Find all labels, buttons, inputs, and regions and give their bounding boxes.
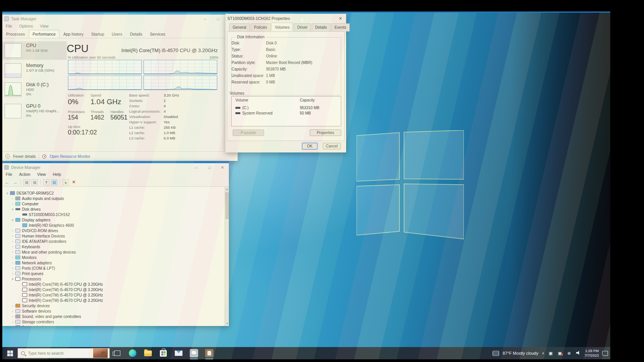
tree-node-disk-drives[interactable]: ∨Disk drives [2,206,225,212]
tree-node-mice[interactable]: ›Mice and other pointing devices [2,249,225,255]
volume-row-c[interactable]: (C:) [235,106,249,110]
uninstall-device-icon[interactable]: ✕ [71,179,77,185]
scroll-up-icon[interactable]: ▲ [225,187,229,192]
update-driver-icon[interactable]: ▲ [62,179,69,185]
cancel-button[interactable]: Cancel [323,143,341,149]
maximize-icon[interactable]: □ [212,15,225,23]
help-icon[interactable]: ? [43,179,49,185]
tree-node-st1000dm003[interactable]: ST1000DM003-1CH162 [2,212,225,217]
tree-node-ports[interactable]: ›Ports (COM & LPT) [2,265,225,271]
tree-node-storage-controllers[interactable]: ›Storage controllers [2,319,225,324]
menu-options[interactable]: Options [16,23,36,29]
menu-file[interactable]: File [2,23,16,29]
show-console-tree-icon[interactable]: ▤ [23,179,30,185]
clock[interactable]: 1:29 PM 7/7/2023 [585,349,599,358]
open-resource-monitor-link[interactable]: Open Resource Monitor [49,154,90,159]
app-button-gray[interactable] [189,347,199,359]
news-widget-icon[interactable] [493,351,499,356]
search-input[interactable] [27,351,81,356]
close-icon[interactable]: ✕ [216,163,229,172]
tree-node-processor-core[interactable]: Intel(R) Core(TM) i5-4570 CPU @ 3.20GHz [2,298,225,303]
scan-hardware-changes-icon[interactable]: ▤ [51,179,58,185]
tree-node-monitors[interactable]: ›Monitors [2,255,225,260]
app-button-brown[interactable] [204,347,214,359]
fewer-details-button[interactable]: Fewer details [13,154,36,159]
tab-performance[interactable]: Performance [29,30,59,38]
taskbar: 87°F Mostly cloudy ∧ ▣ ▣ ⊕ 1:29 PM 7/7/2… [2,347,610,359]
tab-processes[interactable]: Processes [2,30,29,38]
properties-icon[interactable]: ▤ [31,179,38,185]
task-view-button[interactable] [112,347,122,359]
tree-node-processors[interactable]: ∨Processors [2,276,225,282]
forward-icon[interactable]: → [12,179,18,185]
spec-row: L2 cache:1.0 MB [129,131,175,135]
tab-app-history[interactable]: App history [59,30,87,38]
store-button[interactable] [158,347,168,359]
scrollbar-thumb[interactable] [225,192,229,219]
volume-row-system-reserved[interactable]: System Reserved [235,111,273,115]
tab-startup[interactable]: Startup [87,30,108,38]
tree-node-processor-core[interactable]: Intel(R) Core(TM) i5-4570 CPU @ 3.20GHz [2,282,225,287]
tray-app-badge-icon[interactable]: ▣ [557,351,563,356]
file-explorer-button[interactable] [143,347,153,359]
tab-general[interactable]: General [229,23,250,31]
tree-node-sound-controllers[interactable]: ›Sound, video and game controllers [2,314,225,319]
sidebar-item-memory[interactable]: Memory 2.6/7.9 GB (33%) [2,61,67,80]
menu-view[interactable]: View [36,23,52,29]
tree-node-print-queues[interactable]: ›Print queues [2,271,225,276]
show-hidden-icons-chevron[interactable]: ∧ [542,351,544,355]
edge-button[interactable] [128,347,138,359]
volume-icon[interactable] [575,351,581,356]
sidebar-item-cpu[interactable]: CPU 0% 1.04 GHz [2,41,67,60]
tab-details[interactable]: Details [126,30,146,38]
sidebar-item-gpu[interactable]: GPU 0 Intel(R) HD Graphi... 0% [2,102,67,123]
tab-services[interactable]: Services [146,30,169,38]
close-icon[interactable]: ✕ [335,14,346,23]
tree-node-display-adapters[interactable]: ∨Display adapters [2,217,225,223]
network-globe-icon[interactable]: ⊕ [566,351,572,356]
populate-button[interactable]: Populate [233,129,264,136]
cpu-icon [22,293,27,297]
weather-widget[interactable]: 87°F Mostly cloudy [503,351,538,355]
tree-node-ide-controllers[interactable]: ›IDE ATA/ATAPI controllers [2,239,225,244]
tab-policies[interactable]: Policies [251,23,271,31]
sidebar-item-disk[interactable]: Disk 0 (C:) HDD 0% [2,80,67,101]
tree-node-hid[interactable]: ›Human Interface Devices [2,233,225,239]
tray-display-icon[interactable]: ▣ [548,351,554,356]
tree-node-processor-core[interactable]: Intel(R) Core(TM) i5-4570 CPU @ 3.20GHz [2,292,225,298]
scroll-down-icon[interactable]: ▼ [225,321,229,326]
tree-node-processor-core[interactable]: Intel(R) Core(TM) i5-4570 CPU @ 3.20GHz [2,287,225,292]
mail-button[interactable] [174,347,184,359]
action-center-icon[interactable] [602,351,608,356]
back-icon[interactable]: ← [4,179,10,185]
menu-file[interactable]: File [2,171,16,177]
tab-volumes[interactable]: Volumes [271,23,293,31]
tab-driver[interactable]: Driver [294,23,311,31]
search-daily-image[interactable] [93,349,108,358]
tab-details[interactable]: Details [312,23,330,31]
taskbar-search[interactable] [18,348,110,358]
tree-node-software-devices[interactable]: ›Software devices [2,308,225,314]
ok-button[interactable]: OK [302,143,317,149]
tree-node-dvd-drives[interactable]: ›DVD/CD-ROM drives [2,228,225,233]
tree-node-computer-root[interactable]: ∨DESKTOP-6R9MSC2 [2,190,225,196]
tree-node-intel-hd-graphics[interactable]: Intel(R) HD Graphics 4600 [2,223,225,228]
minimize-icon[interactable]: – [190,163,203,172]
tree-node-keyboards[interactable]: ›Keyboards [2,244,225,249]
tree-node-network-adapters[interactable]: ›Network adapters [2,260,225,265]
minimize-icon[interactable]: – [199,15,212,23]
menu-help[interactable]: Help [49,171,65,177]
volumes-list[interactable]: Volume Capacity (C:) 953310 MB System Re… [231,96,341,126]
tree-scrollbar[interactable]: ▲ ▼ [225,187,229,326]
tree-node-security-devices[interactable]: ›Security devices [2,303,225,308]
start-button[interactable] [2,347,18,359]
tree-node-audio-inputs[interactable]: ›Audio inputs and outputs [2,196,225,201]
maximize-icon[interactable]: □ [203,163,216,172]
properties-button[interactable]: Properties [310,129,341,136]
menu-action[interactable]: Action [16,171,34,177]
tree-node-system-devices[interactable]: ›System devices [2,324,225,326]
tab-events[interactable]: Events [331,23,350,31]
menu-view[interactable]: View [34,171,49,177]
tab-users[interactable]: Users [108,30,126,38]
tree-node-computer[interactable]: ›Computer [2,201,225,206]
